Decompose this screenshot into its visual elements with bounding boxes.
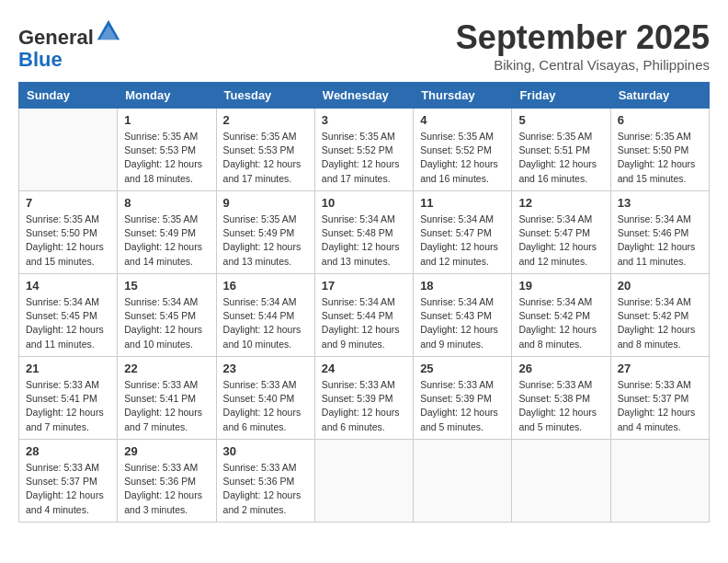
day-number: 30: [223, 444, 308, 458]
day-number: 10: [322, 196, 406, 210]
day-info: Sunrise: 5:35 AMSunset: 5:53 PMDaylight:…: [124, 130, 209, 186]
day-info: Sunrise: 5:33 AMSunset: 5:41 PMDaylight:…: [124, 378, 209, 434]
logo-general: General: [18, 26, 94, 49]
day-number: 7: [26, 196, 110, 210]
calendar-cell: 26Sunrise: 5:33 AMSunset: 5:38 PMDayligh…: [512, 357, 610, 440]
logo: General Blue: [18, 18, 121, 71]
day-info: Sunrise: 5:35 AMSunset: 5:50 PMDaylight:…: [26, 213, 110, 269]
calendar-cell: 8Sunrise: 5:35 AMSunset: 5:49 PMDaylight…: [118, 191, 216, 274]
calendar-cell: [512, 440, 610, 523]
weekday-header-tuesday: Tuesday: [216, 83, 314, 109]
weekday-header-saturday: Saturday: [610, 83, 709, 109]
day-info: Sunrise: 5:35 AMSunset: 5:49 PMDaylight:…: [223, 213, 308, 269]
title-block: September 2025 Biking, Central Visayas, …: [456, 18, 710, 73]
calendar-cell: 12Sunrise: 5:34 AMSunset: 5:47 PMDayligh…: [512, 191, 610, 274]
calendar-cell: 5Sunrise: 5:35 AMSunset: 5:51 PMDaylight…: [512, 109, 610, 191]
day-number: 25: [420, 362, 505, 375]
day-info: Sunrise: 5:33 AMSunset: 5:41 PMDaylight:…: [26, 378, 110, 434]
day-number: 13: [618, 196, 702, 210]
day-number: 23: [223, 362, 308, 375]
day-number: 11: [420, 196, 505, 210]
day-info: Sunrise: 5:34 AMSunset: 5:46 PMDaylight:…: [618, 213, 702, 269]
weekday-header-monday: Monday: [118, 83, 216, 109]
calendar-cell: 16Sunrise: 5:34 AMSunset: 5:44 PMDayligh…: [216, 274, 314, 357]
calendar-cell: 27Sunrise: 5:33 AMSunset: 5:37 PMDayligh…: [610, 357, 709, 440]
day-number: 19: [518, 279, 603, 293]
calendar-cell: 28Sunrise: 5:33 AMSunset: 5:37 PMDayligh…: [19, 440, 118, 523]
calendar-cell: 4Sunrise: 5:35 AMSunset: 5:52 PMDaylight…: [414, 109, 512, 191]
day-info: Sunrise: 5:34 AMSunset: 5:45 PMDaylight:…: [26, 295, 110, 351]
weekday-header-friday: Friday: [512, 83, 610, 109]
calendar-cell: 18Sunrise: 5:34 AMSunset: 5:43 PMDayligh…: [414, 274, 512, 357]
calendar-cell: 20Sunrise: 5:34 AMSunset: 5:42 PMDayligh…: [610, 274, 709, 357]
calendar-cell: 22Sunrise: 5:33 AMSunset: 5:41 PMDayligh…: [118, 357, 216, 440]
day-number: 18: [420, 279, 505, 293]
week-row-5: 28Sunrise: 5:33 AMSunset: 5:37 PMDayligh…: [19, 440, 710, 523]
day-number: 22: [124, 362, 209, 375]
day-number: 8: [124, 196, 209, 210]
day-info: Sunrise: 5:33 AMSunset: 5:39 PMDaylight:…: [420, 378, 505, 434]
day-number: 26: [518, 362, 603, 375]
day-info: Sunrise: 5:33 AMSunset: 5:37 PMDaylight:…: [26, 461, 110, 517]
day-number: 4: [420, 113, 505, 127]
calendar-cell: 3Sunrise: 5:35 AMSunset: 5:52 PMDaylight…: [314, 109, 413, 191]
calendar-cell: 2Sunrise: 5:35 AMSunset: 5:53 PMDaylight…: [216, 109, 314, 191]
day-info: Sunrise: 5:35 AMSunset: 5:52 PMDaylight:…: [420, 130, 505, 186]
day-number: 24: [322, 362, 406, 375]
day-info: Sunrise: 5:33 AMSunset: 5:39 PMDaylight:…: [322, 378, 406, 434]
calendar-cell: 19Sunrise: 5:34 AMSunset: 5:42 PMDayligh…: [512, 274, 610, 357]
day-info: Sunrise: 5:33 AMSunset: 5:38 PMDaylight:…: [518, 378, 603, 434]
location-title: Biking, Central Visayas, Philippines: [456, 57, 710, 73]
calendar-cell: 13Sunrise: 5:34 AMSunset: 5:46 PMDayligh…: [610, 191, 709, 274]
weekday-header-sunday: Sunday: [19, 83, 118, 109]
calendar-cell: 6Sunrise: 5:35 AMSunset: 5:50 PMDaylight…: [610, 109, 709, 191]
day-info: Sunrise: 5:34 AMSunset: 5:47 PMDaylight:…: [518, 213, 603, 269]
weekday-header-row: SundayMondayTuesdayWednesdayThursdayFrid…: [19, 83, 710, 109]
day-info: Sunrise: 5:35 AMSunset: 5:53 PMDaylight:…: [223, 130, 308, 186]
calendar-cell: 1Sunrise: 5:35 AMSunset: 5:53 PMDaylight…: [118, 109, 216, 191]
day-info: Sunrise: 5:34 AMSunset: 5:45 PMDaylight:…: [124, 295, 209, 351]
calendar-table: SundayMondayTuesdayWednesdayThursdayFrid…: [18, 82, 710, 523]
week-row-3: 14Sunrise: 5:34 AMSunset: 5:45 PMDayligh…: [19, 274, 710, 357]
day-info: Sunrise: 5:33 AMSunset: 5:40 PMDaylight:…: [223, 378, 308, 434]
day-info: Sunrise: 5:34 AMSunset: 5:43 PMDaylight:…: [420, 295, 505, 351]
day-number: 6: [618, 113, 702, 127]
calendar-cell: 23Sunrise: 5:33 AMSunset: 5:40 PMDayligh…: [216, 357, 314, 440]
calendar-cell: 30Sunrise: 5:33 AMSunset: 5:36 PMDayligh…: [216, 440, 314, 523]
day-info: Sunrise: 5:33 AMSunset: 5:36 PMDaylight:…: [223, 461, 308, 517]
calendar-cell: 10Sunrise: 5:34 AMSunset: 5:48 PMDayligh…: [314, 191, 413, 274]
day-number: 17: [322, 279, 406, 293]
day-number: 20: [618, 279, 702, 293]
calendar-cell: 17Sunrise: 5:34 AMSunset: 5:44 PMDayligh…: [314, 274, 413, 357]
day-info: Sunrise: 5:33 AMSunset: 5:36 PMDaylight:…: [124, 461, 209, 517]
day-info: Sunrise: 5:34 AMSunset: 5:42 PMDaylight:…: [618, 295, 702, 351]
calendar-cell: 24Sunrise: 5:33 AMSunset: 5:39 PMDayligh…: [314, 357, 413, 440]
day-number: 21: [26, 362, 110, 375]
week-row-4: 21Sunrise: 5:33 AMSunset: 5:41 PMDayligh…: [19, 357, 710, 440]
calendar-cell: 14Sunrise: 5:34 AMSunset: 5:45 PMDayligh…: [19, 274, 118, 357]
day-info: Sunrise: 5:34 AMSunset: 5:44 PMDaylight:…: [322, 295, 406, 351]
calendar-cell: [19, 109, 118, 191]
logo-icon: [96, 18, 121, 44]
day-info: Sunrise: 5:34 AMSunset: 5:47 PMDaylight:…: [420, 213, 505, 269]
weekday-header-wednesday: Wednesday: [314, 83, 413, 109]
day-info: Sunrise: 5:34 AMSunset: 5:42 PMDaylight:…: [518, 295, 603, 351]
month-title: September 2025: [456, 18, 710, 57]
day-number: 29: [124, 444, 209, 458]
week-row-1: 1Sunrise: 5:35 AMSunset: 5:53 PMDaylight…: [19, 109, 710, 191]
day-number: 14: [26, 279, 110, 293]
day-number: 3: [322, 113, 406, 127]
day-number: 28: [26, 444, 110, 458]
calendar-cell: 9Sunrise: 5:35 AMSunset: 5:49 PMDaylight…: [216, 191, 314, 274]
calendar-cell: [414, 440, 512, 523]
day-info: Sunrise: 5:34 AMSunset: 5:48 PMDaylight:…: [322, 213, 406, 269]
day-number: 16: [223, 279, 308, 293]
day-info: Sunrise: 5:35 AMSunset: 5:49 PMDaylight:…: [124, 213, 209, 269]
calendar-cell: 25Sunrise: 5:33 AMSunset: 5:39 PMDayligh…: [414, 357, 512, 440]
weekday-header-thursday: Thursday: [414, 83, 512, 109]
day-number: 12: [518, 196, 603, 210]
day-info: Sunrise: 5:35 AMSunset: 5:51 PMDaylight:…: [518, 130, 603, 186]
day-info: Sunrise: 5:33 AMSunset: 5:37 PMDaylight:…: [618, 378, 702, 434]
day-number: 1: [124, 113, 209, 127]
day-number: 27: [618, 362, 702, 375]
